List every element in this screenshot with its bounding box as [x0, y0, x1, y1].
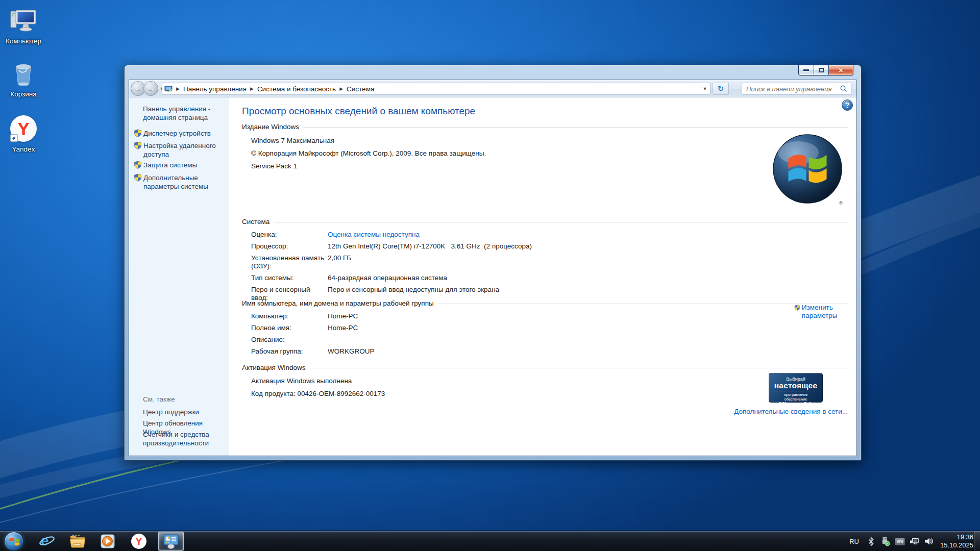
change-settings-link[interactable]: Изменить параметры	[794, 304, 852, 320]
computer-name-rows: Компьютер: Home-PC Полное имя: Home-PC О…	[251, 312, 608, 356]
badge-line2: настоящее	[769, 382, 822, 390]
section-header-edition: Издание Windows	[242, 123, 848, 131]
sidebar-item-remote-settings[interactable]: Настройка удаленного доступа	[134, 141, 227, 159]
usb-device-icon[interactable]	[880, 537, 890, 546]
change-settings-label: Изменить параметры	[802, 304, 852, 320]
uac-shield-icon	[134, 129, 142, 137]
sidebar-item-label: Диспетчер устройств	[143, 129, 211, 138]
control-panel-icon	[164, 85, 173, 93]
refresh-button[interactable]: ↻	[713, 83, 729, 95]
system-tray: RU vm	[847, 531, 973, 551]
search-box	[742, 83, 851, 95]
tray-time: 19:36	[940, 533, 973, 541]
row-value: 12th Gen Intel(R) Core(TM) i7-12700K 3.6…	[328, 242, 710, 251]
desktop-icon-label: Корзина	[1, 90, 46, 98]
sidebar-item-action-center[interactable]: Центр поддержки	[143, 408, 226, 416]
tray-date: 15.10.2025	[940, 541, 973, 549]
breadcrumb-separator: ▶	[336, 86, 347, 91]
vmware-tools-icon[interactable]: vm	[895, 538, 905, 545]
see-also-header: См. также	[143, 395, 175, 403]
uac-shield-icon	[134, 161, 142, 169]
help-button[interactable]: ?	[842, 99, 853, 111]
row-label: Полное имя:	[251, 324, 328, 332]
search-icon[interactable]	[840, 85, 851, 93]
breadcrumb-system-security[interactable]: Система и безопасность	[257, 85, 336, 93]
sidebar-item-label: Защита системы	[143, 161, 197, 169]
uac-shield-icon	[794, 304, 800, 312]
language-indicator[interactable]: RU	[847, 536, 862, 547]
taskbar-wmp-button[interactable]	[97, 532, 119, 551]
sidebar-item-label: Дополнительные параметры системы	[143, 173, 227, 191]
genuine-more-info-link[interactable]: Дополнительные сведения в сети...	[734, 408, 848, 415]
sidebar-item-device-manager[interactable]: Диспетчер устройств	[134, 129, 227, 138]
sidebar: Панель управления - домашняя страница Ди…	[129, 97, 229, 456]
activation-product-id: Код продукта: 00426-OEM-8992662-00173	[251, 389, 385, 398]
system-info-rows: Оценка: Оценка системы недоступна Процес…	[251, 231, 710, 302]
row-value: Home-PC	[328, 312, 608, 320]
sidebar-item-performance-tools[interactable]: Счетчики и средства производительности	[143, 430, 226, 447]
navigation-bar: ← → ▼ ▶ Панель управления ▶ Система и бе…	[129, 80, 856, 97]
search-input[interactable]	[742, 85, 840, 93]
desktop-icon-recycle-bin[interactable]: Корзина	[1, 60, 46, 98]
network-icon[interactable]	[910, 537, 919, 546]
address-bar[interactable]: ▶ Панель управления ▶ Система и безопасн…	[162, 83, 710, 95]
row-label: Тип системы:	[251, 274, 328, 282]
desktop-icon-label: Yandex	[1, 145, 46, 153]
edition-service-pack: Service Pack 1	[251, 162, 486, 170]
yandex-icon: Y	[9, 115, 38, 144]
svg-text:®: ®	[839, 201, 843, 206]
taskbar: e Y	[0, 531, 980, 551]
row-label: Установленная память (ОЗУ):	[251, 254, 328, 270]
main-pane: ? Просмотр основных сведений о вашем ком…	[229, 97, 856, 456]
taskbar-yandex-button[interactable]: Y	[128, 532, 150, 551]
recycle-bin-icon	[9, 60, 38, 89]
desktop-icon-computer[interactable]: Компьютер	[1, 7, 46, 45]
row-value: 2,00 ГБ	[328, 254, 710, 270]
row-label: Описание:	[251, 336, 328, 344]
close-button[interactable]: ×	[829, 65, 853, 76]
system-rating-link[interactable]: Оценка системы недоступна	[328, 231, 710, 239]
activation-status: Активация Windows выполнена	[251, 377, 385, 385]
breadcrumb-separator: ▶	[247, 86, 257, 91]
genuine-microsoft-badge[interactable]: Выбирай настоящее программное обеспечени…	[769, 373, 823, 403]
minimize-button[interactable]	[798, 65, 814, 76]
badge-line3: программное обеспечение	[773, 391, 818, 402]
breadcrumb-control-panel[interactable]: Панель управления	[183, 85, 247, 93]
system-window-icon	[162, 533, 180, 549]
address-dropdown-icon[interactable]: ▼	[700, 86, 710, 91]
start-button[interactable]	[4, 532, 23, 551]
folder-icon	[69, 534, 86, 549]
edition-info: Windows 7 Максимальная © Корпорация Майк…	[251, 136, 486, 174]
row-value	[328, 336, 608, 344]
maximize-button[interactable]	[814, 65, 829, 76]
sidebar-item-advanced-settings[interactable]: Дополнительные параметры системы	[134, 173, 227, 191]
taskbar-ie-button[interactable]: e	[36, 532, 58, 551]
row-value: Home-PC	[328, 324, 608, 332]
computer-icon	[9, 7, 38, 36]
clock[interactable]: 19:36 15.10.2025	[940, 533, 973, 549]
desktop-icon-yandex[interactable]: Y Yandex	[1, 114, 46, 153]
windows-logo: ®	[772, 133, 844, 209]
uac-shield-icon	[134, 173, 142, 182]
row-label: Компьютер:	[251, 312, 328, 320]
row-value: WORKGROUP	[328, 347, 608, 356]
taskbar-explorer-button[interactable]	[66, 532, 89, 551]
show-desktop-button[interactable]	[974, 531, 980, 551]
shortcut-arrow-icon	[10, 134, 18, 142]
row-label: Оценка:	[251, 231, 328, 239]
breadcrumb-system[interactable]: Система	[347, 85, 374, 93]
row-label: Процессор:	[251, 242, 328, 251]
page-title: Просмотр основных сведений о вашем компь…	[242, 106, 475, 117]
taskbar-system-window-button[interactable]	[158, 532, 184, 551]
bluetooth-icon[interactable]	[866, 537, 876, 546]
edition-copyright: © Корпорация Майкрософт (Microsoft Corp.…	[251, 149, 486, 158]
internet-explorer-icon: e	[39, 533, 55, 549]
sidebar-item-system-protection[interactable]: Защита системы	[134, 161, 227, 169]
breadcrumb-separator: ▶	[173, 86, 183, 91]
system-window: × ← → ▼ ▶ Панель управления ▶ Система и …	[124, 65, 862, 461]
caption-buttons: ×	[798, 65, 853, 76]
sidebar-item-control-panel-home[interactable]: Панель управления - домашняя страница	[143, 105, 226, 122]
forward-button[interactable]: →	[143, 81, 158, 96]
section-header-computer-name: Имя компьютера, имя домена и параметры р…	[242, 299, 848, 307]
volume-icon[interactable]	[924, 537, 934, 546]
